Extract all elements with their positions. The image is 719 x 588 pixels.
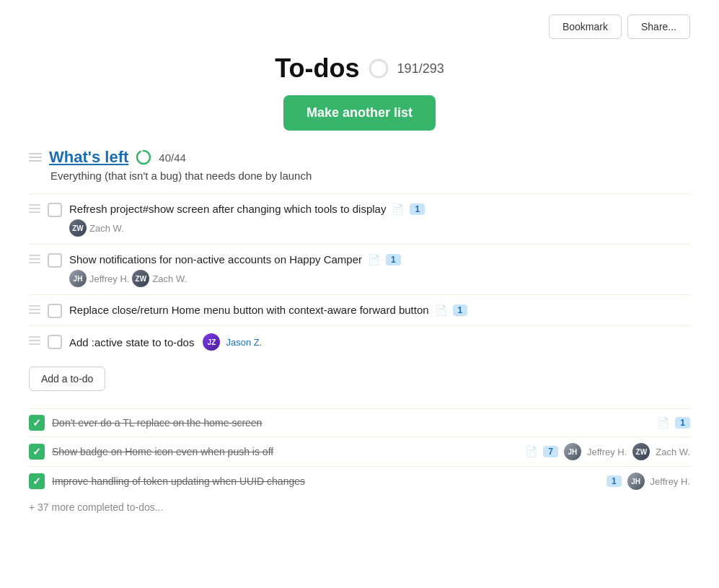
header: To-dos 191/293 Make another list xyxy=(29,53,690,131)
todo-drag-handle-3[interactable] xyxy=(29,302,40,314)
todo-checkbox-1[interactable] xyxy=(48,203,62,217)
page-title: To-dos xyxy=(275,53,359,84)
todo-title-3: Replace close/return Home menu button wi… xyxy=(69,302,429,317)
share-button[interactable]: Share... xyxy=(627,14,690,39)
section-header: What's left 40/44 xyxy=(29,148,690,167)
completed-title-1: Don't ever do a TL replace on the home s… xyxy=(52,417,651,429)
comment-badge-3[interactable]: 1 xyxy=(453,304,468,316)
avatar-zach-2: ZW xyxy=(132,270,149,287)
bookmark-button[interactable]: Bookmark xyxy=(549,14,622,39)
top-bar: Bookmark Share... xyxy=(29,14,690,39)
todo-title-1: Refresh project#show screen after changi… xyxy=(69,201,386,216)
avatar-jason-4: JZ xyxy=(203,333,220,351)
completed-title-row-1: Don't ever do a TL replace on the home s… xyxy=(52,417,690,429)
section-progress-text: 40/44 xyxy=(159,152,186,164)
assignee-name-zach-1: Zach W. xyxy=(89,223,124,234)
todo-content-1: Refresh project#show screen after changi… xyxy=(69,201,690,237)
make-another-list-button[interactable]: Make another list xyxy=(283,95,436,131)
table-row: Add :active state to to-dos JZ Jason Z. xyxy=(29,325,690,358)
todo-content-2: Show notifications for non-active accoun… xyxy=(69,252,690,287)
comment-badge-1[interactable]: 1 xyxy=(410,203,425,215)
completed-section: ✓ Don't ever do a TL replace on the home… xyxy=(29,408,690,496)
assignee-name-jeffrey-2: Jeffrey H. xyxy=(89,273,129,284)
todo-checkbox-3[interactable] xyxy=(48,304,62,318)
list-item: ✓ Don't ever do a TL replace on the home… xyxy=(29,408,690,436)
svg-point-0 xyxy=(370,60,387,77)
add-todo-button[interactable]: Add a to-do xyxy=(29,367,105,391)
more-completed-link[interactable]: + 37 more completed to-dos... xyxy=(29,501,163,513)
assignee-name-jeffrey-c3: Jeffrey H. xyxy=(650,476,690,487)
todo-title-row-4: Add :active state to to-dos JZ Jason Z. xyxy=(69,333,690,351)
page-container: Bookmark Share... To-dos 191/293 Make an… xyxy=(0,0,719,588)
section-description: Everything (that isn't a bug) that needs… xyxy=(50,170,690,182)
todo-checkbox-2[interactable] xyxy=(48,253,62,268)
header-progress-text: 191/293 xyxy=(397,61,444,76)
header-title-row: To-dos 191/293 xyxy=(29,53,690,84)
table-row: Show notifications for non-active accoun… xyxy=(29,244,690,294)
completed-title-row-3: Improve handling of token updating when … xyxy=(52,473,690,490)
header-progress-circle xyxy=(367,57,390,80)
todo-title-row-1: Refresh project#show screen after changi… xyxy=(69,201,690,216)
assignee-name-zach-c2: Zach W. xyxy=(656,447,690,457)
doc-icon-c2[interactable]: 📄 xyxy=(525,446,537,457)
todo-checkbox-4[interactable] xyxy=(48,335,62,349)
comment-badge-2[interactable]: 1 xyxy=(386,254,401,266)
avatar-zach-c2: ZW xyxy=(632,443,650,460)
comment-badge-c2[interactable]: 7 xyxy=(543,446,558,457)
list-item: ✓ Improve handling of token updating whe… xyxy=(29,466,690,496)
assignee-name-zach-2: Zach W. xyxy=(152,273,187,284)
avatar-jeffrey-2: JH xyxy=(69,270,87,287)
doc-icon-2[interactable]: 📄 xyxy=(368,254,380,266)
svg-point-3 xyxy=(137,151,150,164)
todo-drag-handle-4[interactable] xyxy=(29,333,40,345)
todo-content-4: Add :active state to to-dos JZ Jason Z. xyxy=(69,333,690,351)
todo-content-3: Replace close/return Home menu button wi… xyxy=(69,302,690,317)
completed-title-row-2: Show badge on Home icon even when push i… xyxy=(52,443,690,460)
completed-checkbox-2[interactable]: ✓ xyxy=(29,444,45,460)
doc-icon-3[interactable]: 📄 xyxy=(435,304,447,316)
section-drag-handle[interactable] xyxy=(29,153,42,162)
avatar-jeffrey-c3: JH xyxy=(627,473,645,490)
todo-drag-handle-2[interactable] xyxy=(29,252,40,263)
completed-title-3: Improve handling of token updating when … xyxy=(52,475,601,487)
table-row: Refresh project#show screen after changi… xyxy=(29,193,690,244)
comment-badge-c1[interactable]: 1 xyxy=(675,417,690,429)
doc-icon-c1[interactable]: 📄 xyxy=(657,417,669,429)
todo-list: Refresh project#show screen after changi… xyxy=(29,193,690,358)
avatar-jeffrey-c2: JH xyxy=(564,443,581,460)
assignee-name-jason-4: Jason Z. xyxy=(226,337,262,348)
todo-title-row-2: Show notifications for non-active accoun… xyxy=(69,252,690,267)
assignees-1: ZW Zach W. xyxy=(69,219,690,237)
avatar-zach-1: ZW xyxy=(69,219,87,237)
section-progress-circle xyxy=(136,149,151,165)
doc-icon-1[interactable]: 📄 xyxy=(392,203,404,215)
assignee-name-jeffrey-c2: Jeffrey H. xyxy=(587,447,627,457)
todo-title-2: Show notifications for non-active accoun… xyxy=(69,252,362,267)
todo-drag-handle-1[interactable] xyxy=(29,201,40,213)
list-item: ✓ Show badge on Home icon even when push… xyxy=(29,436,690,466)
completed-title-2: Show badge on Home icon even when push i… xyxy=(52,446,519,457)
todo-title-4: Add :active state to to-dos xyxy=(69,335,194,350)
comment-badge-c3[interactable]: 1 xyxy=(606,475,622,487)
section-title-link[interactable]: What's left xyxy=(49,148,128,167)
table-row: Replace close/return Home menu button wi… xyxy=(29,294,690,325)
assignees-2: JH Jeffrey H. ZW Zach W. xyxy=(69,270,690,287)
todo-title-row-3: Replace close/return Home menu button wi… xyxy=(69,302,690,317)
completed-checkbox-3[interactable]: ✓ xyxy=(29,473,45,489)
completed-checkbox-1[interactable]: ✓ xyxy=(29,415,45,431)
